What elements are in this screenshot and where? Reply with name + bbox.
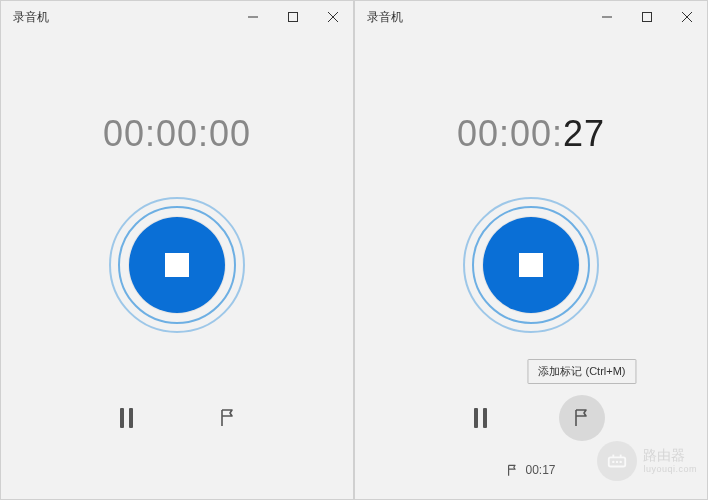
close-icon — [328, 12, 338, 22]
timer-inactive-part: 00:00: — [457, 113, 563, 154]
watermark-line1: 路由器 — [643, 447, 697, 464]
svg-point-10 — [616, 461, 618, 463]
app-title: 录音机 — [13, 9, 49, 26]
minimize-button[interactable] — [233, 1, 273, 33]
watermark: 路由器 luyouqi.com — [597, 441, 697, 481]
timer-inactive-part: 00:00:00 — [103, 113, 251, 154]
stop-icon — [519, 253, 543, 277]
flag-icon — [572, 408, 592, 428]
add-marker-button[interactable]: 添加标记 (Ctrl+M) — [559, 395, 605, 441]
pause-button[interactable] — [457, 395, 503, 441]
content-area: 00:00:27 添加标记 (Ctrl+M) 00:1 — [355, 33, 707, 499]
add-marker-button[interactable] — [205, 395, 251, 441]
record-area — [461, 195, 601, 335]
maximize-icon — [288, 12, 298, 22]
timer-display: 00:00:00 — [103, 113, 251, 155]
close-icon — [682, 12, 692, 22]
marker-time: 00:17 — [525, 463, 555, 477]
watermark-icon — [597, 441, 637, 481]
svg-rect-1 — [289, 13, 298, 22]
app-title: 录音机 — [367, 9, 403, 26]
content-area: 00:00:00 — [1, 33, 353, 499]
minimize-icon — [602, 12, 612, 22]
titlebar: 录音机 — [1, 1, 353, 33]
svg-point-11 — [620, 461, 622, 463]
maximize-button[interactable] — [273, 1, 313, 33]
close-button[interactable] — [667, 1, 707, 33]
pause-icon — [120, 408, 133, 428]
window-controls — [587, 1, 707, 33]
stop-record-button[interactable] — [483, 217, 579, 313]
flag-icon — [506, 464, 519, 477]
titlebar: 录音机 — [355, 1, 707, 33]
recorder-window-recording: 录音机 00:00:27 — [354, 0, 708, 500]
pause-button[interactable] — [103, 395, 149, 441]
bottom-controls: 添加标记 (Ctrl+M) — [457, 395, 605, 441]
watermark-line2: luyouqi.com — [643, 464, 697, 475]
record-area — [107, 195, 247, 335]
minimize-icon — [248, 12, 258, 22]
pause-icon — [474, 408, 487, 428]
window-controls — [233, 1, 353, 33]
stop-icon — [165, 253, 189, 277]
timer-active-part: 27 — [563, 113, 605, 154]
maximize-icon — [642, 12, 652, 22]
svg-point-9 — [613, 461, 615, 463]
stop-record-button[interactable] — [129, 217, 225, 313]
tooltip: 添加标记 (Ctrl+M) — [527, 359, 636, 384]
timer-display: 00:00:27 — [457, 113, 605, 155]
marker-entry: 00:17 — [506, 463, 555, 477]
recorder-window-idle: 录音机 00:00:00 — [0, 0, 354, 500]
bottom-controls — [103, 395, 251, 441]
svg-rect-5 — [643, 13, 652, 22]
close-button[interactable] — [313, 1, 353, 33]
minimize-button[interactable] — [587, 1, 627, 33]
maximize-button[interactable] — [627, 1, 667, 33]
watermark-text: 路由器 luyouqi.com — [643, 447, 697, 475]
flag-icon — [218, 408, 238, 428]
